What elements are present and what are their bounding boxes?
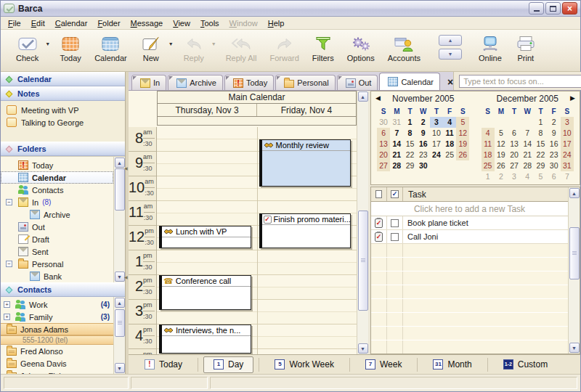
sidebar-section-notes[interactable]: Notes xyxy=(1,86,125,101)
online-button[interactable]: Online xyxy=(472,33,508,62)
check-dropdown-icon[interactable]: ▼ xyxy=(45,41,50,46)
task-list-header[interactable]: ✓ Task xyxy=(371,187,568,202)
filters-button[interactable]: Filters xyxy=(306,33,341,62)
note-item[interactable]: Meeting with VP xyxy=(1,104,125,116)
mini-calendar-december[interactable]: December 2005SMTWTFS12345678910111213141… xyxy=(476,91,580,184)
mini-calendar-day[interactable]: 26 xyxy=(495,160,508,171)
mini-calendar-day[interactable]: 6 xyxy=(548,171,561,182)
mini-calendar-day[interactable]: 21 xyxy=(390,150,403,160)
contacts-scroll-track[interactable] xyxy=(115,308,125,363)
mini-calendar-day[interactable]: 5 xyxy=(534,171,547,182)
mini-calendar-day[interactable]: 1 xyxy=(482,171,495,182)
event-conference-call[interactable]: ☎Conference call xyxy=(159,275,251,310)
folders-scroll-thumb[interactable] xyxy=(115,168,125,211)
view-week-button[interactable]: 7Week xyxy=(355,356,412,373)
mini-calendar-day[interactable]: 6 xyxy=(377,128,390,139)
task-row-empty[interactable] xyxy=(371,244,568,258)
mini-calendar-day[interactable]: 9 xyxy=(548,128,561,139)
day-header-thursday[interactable]: Thursday, Nov 3 xyxy=(158,104,256,116)
scroll-down-icon[interactable]: ▼ xyxy=(569,343,580,353)
new-button[interactable]: New xyxy=(134,33,168,62)
mini-calendar-day[interactable]: 11 xyxy=(482,139,495,150)
mini-calendar-day[interactable]: 15 xyxy=(403,139,416,150)
mini-calendar-day[interactable]: 18 xyxy=(443,139,456,150)
view-day-button[interactable]: 1Day xyxy=(203,356,253,373)
view-month-button[interactable]: 31Month xyxy=(423,356,482,373)
mini-calendar-day[interactable]: 5 xyxy=(456,117,469,128)
mini-calendar-day[interactable]: 13 xyxy=(377,139,390,150)
mini-calendar-day[interactable]: 25 xyxy=(443,150,456,160)
mini-calendar-day[interactable]: 10 xyxy=(561,128,574,139)
mini-calendar-day[interactable]: 2 xyxy=(495,171,508,182)
mini-calendar-day[interactable]: 14 xyxy=(521,139,534,150)
mini-calendar-day[interactable]: 2 xyxy=(548,117,561,128)
mini-calendar-day[interactable]: 28 xyxy=(390,160,403,171)
mini-calendar-day[interactable]: 18 xyxy=(482,150,495,160)
accounts-button[interactable]: Accounts xyxy=(381,33,427,62)
mini-calendar-day[interactable]: 14 xyxy=(390,139,403,150)
contact-johnny-fisico[interactable]: Johnny Fisico xyxy=(1,369,113,374)
task-row-book-plane-ticket[interactable]: ✓Book plane ticket xyxy=(371,216,568,230)
minimize-button[interactable] xyxy=(529,2,544,15)
mini-calendar-day[interactable]: 21 xyxy=(521,150,534,160)
mini-calendar-day[interactable]: 4 xyxy=(521,171,534,182)
checkbox-icon[interactable] xyxy=(391,233,399,241)
calendar-button[interactable]: Calendar xyxy=(88,33,134,62)
task-row-empty[interactable] xyxy=(371,299,568,313)
scroll-down-icon[interactable]: ▼ xyxy=(115,271,125,282)
task-row-empty[interactable] xyxy=(371,327,568,340)
sidebar-folder-personal[interactable]: −Personal xyxy=(1,258,113,270)
mini-calendar-day[interactable]: 16 xyxy=(417,139,430,150)
options-button[interactable]: Options xyxy=(341,33,381,62)
contact-family[interactable]: +Family(3) xyxy=(1,311,113,323)
sidebar-folder-draft[interactable]: Draft xyxy=(1,233,113,245)
tab-close-icon[interactable]: × xyxy=(447,78,453,86)
sidebar-folder-contacts[interactable]: Contacts xyxy=(1,184,113,196)
search-input[interactable] xyxy=(459,75,581,88)
prev-month-icon[interactable]: ◀ xyxy=(375,94,381,102)
mini-calendar-day[interactable]: 31 xyxy=(561,160,574,171)
down-arrow-button[interactable]: ▼ xyxy=(439,49,462,60)
mini-calendar-day[interactable]: 11 xyxy=(443,128,456,139)
view-custom-button[interactable]: 1-2Custom xyxy=(493,356,558,373)
mini-calendar-day[interactable]: 12 xyxy=(456,128,469,139)
mini-calendar-day[interactable]: 26 xyxy=(456,150,469,160)
event-finish-promo-materi-[interactable]: ✓Finish promo materi... xyxy=(259,213,352,248)
tab-archive[interactable]: Archive xyxy=(168,75,223,90)
sidebar-section-folders[interactable]: Folders xyxy=(1,142,125,156)
event-interviews-the-n-[interactable]: Interviews, the n... xyxy=(159,324,251,354)
mini-calendar-day[interactable]: 7 xyxy=(561,171,574,182)
mini-calendar-day[interactable]: 4 xyxy=(443,117,456,128)
sidebar-folder-calendar[interactable]: Calendar xyxy=(1,171,113,184)
next-month-icon[interactable]: ▶ xyxy=(570,94,575,102)
day-header-friday[interactable]: Friday, Nov 4 xyxy=(256,104,356,116)
mini-calendar-day[interactable]: 22 xyxy=(403,150,416,160)
task-type-column-icon[interactable] xyxy=(371,187,387,201)
mini-calendar-day[interactable]: 7 xyxy=(390,128,403,139)
menu-folder[interactable]: Folder xyxy=(92,18,125,28)
mini-calendar-day[interactable]: 17 xyxy=(430,139,443,150)
mini-calendar-day[interactable]: 1 xyxy=(534,117,547,128)
collapse-left-icon[interactable]: ◀ xyxy=(124,166,128,171)
mini-calendar-day[interactable]: 2 xyxy=(417,117,430,128)
sidebar-folder-sent[interactable]: Sent xyxy=(1,245,113,258)
tree-expander-icon[interactable]: + xyxy=(4,301,10,308)
sidebar-folder-in[interactable]: −In(8) xyxy=(1,196,113,208)
menu-edit[interactable]: Edit xyxy=(26,18,50,28)
mini-calendar-day[interactable]: 7 xyxy=(521,128,534,139)
sidebar-folder-out[interactable]: Out xyxy=(1,221,113,233)
task-done-cell[interactable] xyxy=(387,230,403,243)
mini-calendar-day[interactable]: 20 xyxy=(377,150,390,160)
event-monthly-review[interactable]: Monthly review xyxy=(259,139,352,187)
sidebar-section-contacts[interactable]: Contacts xyxy=(1,282,125,297)
tab-today[interactable]: Today xyxy=(224,75,274,90)
mini-calendar-day[interactable]: 5 xyxy=(495,128,508,139)
view-today-button[interactable]: !Today xyxy=(134,356,192,373)
menu-tools[interactable]: Tools xyxy=(195,18,224,28)
mini-calendar-day[interactable]: 3 xyxy=(430,117,443,128)
view-work-week-button[interactable]: 5Work Week xyxy=(264,356,344,373)
mini-calendar-day[interactable]: 12 xyxy=(495,139,508,150)
mini-calendar-day[interactable]: 23 xyxy=(548,150,561,160)
task-row-call-joni[interactable]: ✓Call Joni xyxy=(371,230,568,244)
contact-geena-davis[interactable]: Geena Davis xyxy=(1,357,113,369)
